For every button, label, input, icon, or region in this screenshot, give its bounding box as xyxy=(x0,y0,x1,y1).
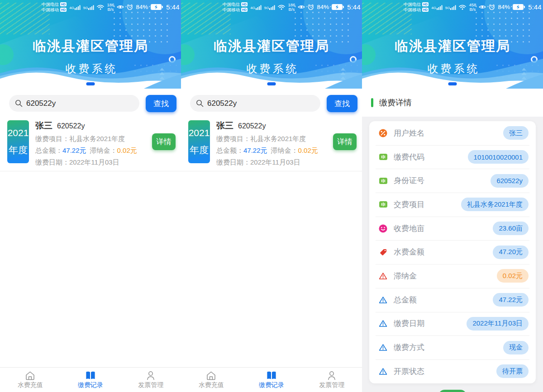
nav-label: 缴费记录 xyxy=(259,381,284,389)
network-speed: 186 B/s xyxy=(107,3,114,12)
home-icon xyxy=(25,371,35,380)
detail-button[interactable]: 详情 xyxy=(152,133,176,150)
speed-unit: B/s xyxy=(470,7,476,12)
detail-title: 缴费详情 xyxy=(379,97,412,108)
carrier-labels: 中国电信HD 中国移动HD xyxy=(42,2,67,12)
user-account: 620522y xyxy=(57,122,85,130)
nav-label: 发票管理 xyxy=(319,381,344,389)
record-project-line: 缴费项目：礼县水务2021年度 xyxy=(216,135,329,143)
warning-triangle-blue-icon xyxy=(378,368,388,375)
app-header: 临洮县灌区管理局 收费系统 中国电信HD 中国移动HD 4G 5G xyxy=(0,0,181,89)
find-button[interactable]: 查找 xyxy=(146,95,176,112)
wifi-icon xyxy=(278,5,285,10)
record-date-line: 缴费日期：2022年11月03日 xyxy=(216,158,329,167)
year-label: 年度 xyxy=(9,144,28,156)
network-speed: 458 B/s xyxy=(469,3,476,12)
payment-record-card: 2021 年度 张三 620522y 缴费项目：礼县水务2021年度 总金额：4… xyxy=(181,118,362,165)
total-amount: 47.22元 xyxy=(243,146,267,154)
nav-item-water-recharge[interactable]: 水费充值 xyxy=(0,368,60,392)
search-row: 查找 xyxy=(9,95,176,112)
signal-4g-icon: 4G xyxy=(431,5,443,10)
year-label: 年度 xyxy=(190,144,209,156)
battery-icon xyxy=(513,4,525,10)
three-screen-composite: 临洮县灌区管理局 收费系统 中国电信HD 中国移动HD 4G 5G xyxy=(0,0,543,392)
total-amount: 47.22元 xyxy=(62,146,86,154)
late-fee-amount: 0.02元 xyxy=(117,146,137,154)
wifi-icon xyxy=(97,5,104,10)
search-input[interactable] xyxy=(9,95,139,112)
year-value: 2021 xyxy=(8,128,29,138)
speed-value: 458 xyxy=(469,3,476,7)
detail-row-user-name: 用户姓名 张三 xyxy=(369,121,536,145)
search-field[interactable] xyxy=(26,99,126,108)
nav-label: 水费充值 xyxy=(18,381,43,389)
detail-value-pill: 礼县水务2021年度 xyxy=(461,198,529,211)
app-header: 临洮县灌区管理局 收费系统 中国电信HD 中国移动HD 4G 5G xyxy=(181,0,362,89)
alarm-icon xyxy=(489,4,495,10)
detail-button[interactable]: 详情 xyxy=(333,133,357,150)
record-info: 张三 620522y 缴费项目：礼县水务2021年度 总金额：47.22元滞纳金… xyxy=(35,120,148,167)
hd-badge: HD xyxy=(241,8,248,12)
net-4g-label: 4G xyxy=(69,6,74,10)
net-5g-label: 5G xyxy=(83,6,88,10)
search-row: 查找 xyxy=(190,95,357,112)
detail-value-pill: 47.20元 xyxy=(493,246,529,259)
nav-item-invoice-management[interactable]: 发票管理 xyxy=(302,368,362,392)
eye-icon xyxy=(298,5,305,9)
bottom-nav: 水费充值 缴费记录 发票管理 xyxy=(0,367,181,392)
battery-icon xyxy=(151,4,163,10)
eye-icon xyxy=(117,5,124,9)
detail-row-payment-project: 交费项目 礼县水务2021年度 xyxy=(369,193,536,217)
detail-title-bar: 缴费详情 xyxy=(362,89,543,117)
percent-badge-icon xyxy=(378,129,388,137)
detail-label: 开票状态 xyxy=(394,366,496,377)
net-4g-label: 4G xyxy=(250,6,255,10)
battery-icon xyxy=(332,4,344,10)
header-indicator xyxy=(86,82,95,85)
carrier-labels: 中国电信HD 中国移动HD xyxy=(404,2,429,12)
app-subtitle: 收费系统 xyxy=(181,61,362,76)
year-value: 2021 xyxy=(189,128,210,138)
speed-unit: B/s xyxy=(289,7,295,12)
hd-badge: HD xyxy=(422,8,429,12)
card-bars-icon xyxy=(378,201,388,208)
user-name: 张三 xyxy=(35,120,52,132)
nav-item-invoice-management[interactable]: 发票管理 xyxy=(121,368,181,392)
payment-record-card: 2021 年度 张三 620522y 缴费项目：礼县水务2021年度 总金额：4… xyxy=(0,118,181,165)
warning-triangle-blue-icon xyxy=(378,344,388,351)
carrier-1-label: 中国电信 xyxy=(42,2,59,7)
detail-row-water-fee: 水费金额 47.20元 xyxy=(369,240,536,264)
detail-value-pill: 张三 xyxy=(503,126,529,140)
speed-value: 186 xyxy=(107,3,114,7)
detail-value-pill: 1010010020001 xyxy=(468,150,529,164)
wifi-icon xyxy=(459,5,466,10)
warning-triangle-blue-icon xyxy=(378,296,388,304)
search-input[interactable] xyxy=(190,95,320,112)
alarm-icon xyxy=(308,4,314,10)
detail-row-payment-method: 缴费方式 现金 xyxy=(369,335,536,359)
nav-item-payment-records[interactable]: 缴费记录 xyxy=(60,368,120,392)
detail-card: 用户姓名 张三 缴费代码 1010010020001 身份证号 620522y … xyxy=(369,121,536,383)
app-title: 临洮县灌区管理局 xyxy=(0,37,181,56)
detail-label: 交费项目 xyxy=(394,199,461,210)
record-amount-line: 总金额：47.22元滞纳金：0.02元 xyxy=(216,146,329,155)
detail-row-payment-code: 缴费代码 1010010020001 xyxy=(369,145,536,169)
nav-item-payment-records[interactable]: 缴费记录 xyxy=(241,368,301,392)
find-button[interactable]: 查找 xyxy=(327,95,357,112)
nav-item-water-recharge[interactable]: 水费充值 xyxy=(181,368,241,392)
signal-4g-icon: 4G xyxy=(69,5,81,10)
carrier-1-label: 中国电信 xyxy=(223,2,240,7)
bottom-action-button-partial[interactable] xyxy=(438,390,467,392)
battery-percent: 84% xyxy=(136,4,148,10)
late-fee-amount: 0.02元 xyxy=(298,146,318,154)
detail-value-pill: 47.22元 xyxy=(493,293,529,307)
screen-payment-list-1: 临洮县灌区管理局 收费系统 中国电信HD 中国移动HD 4G 5G xyxy=(0,0,181,392)
nav-label: 发票管理 xyxy=(138,381,163,389)
search-icon xyxy=(196,99,204,107)
nav-label: 水费充值 xyxy=(199,381,224,389)
search-field[interactable] xyxy=(207,99,307,108)
signal-4g-icon: 4G xyxy=(250,5,262,10)
detail-value-pill: 2022年11月03日 xyxy=(467,317,529,331)
record-project-line: 缴费项目：礼县水务2021年度 xyxy=(35,135,148,143)
user-icon xyxy=(146,371,155,380)
